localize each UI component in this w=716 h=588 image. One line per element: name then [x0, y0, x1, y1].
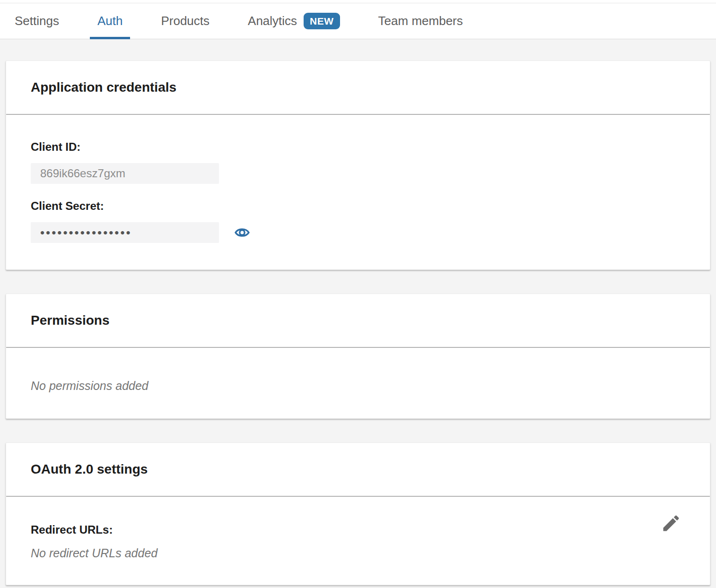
oauth-settings-header: OAuth 2.0 settings: [6, 443, 710, 497]
tab-team-members-label: Team members: [378, 14, 463, 28]
tab-team-members[interactable]: Team members: [378, 3, 463, 39]
client-id-value: 869ik66esz7gxm: [31, 163, 219, 184]
main-content: Application credentials Client ID: 869ik…: [0, 39, 716, 585]
oauth-settings-card: OAuth 2.0 settings Redirect URLs: No red…: [6, 442, 710, 585]
client-secret-masked-text: ••••••••••••••••: [40, 226, 132, 239]
application-credentials-body: Client ID: 869ik66esz7gxm Client Secret:…: [6, 115, 710, 269]
client-id-text: 869ik66esz7gxm: [40, 167, 125, 180]
tab-products[interactable]: Products: [161, 3, 210, 39]
tab-auth-label: Auth: [97, 14, 123, 28]
tab-analytics-label: Analytics: [248, 14, 297, 28]
permissions-card: Permissions No permissions added: [6, 294, 710, 419]
tab-settings-label: Settings: [15, 14, 59, 28]
client-secret-value: ••••••••••••••••: [31, 222, 219, 243]
permissions-body: No permissions added: [6, 348, 710, 418]
tab-bar: Settings Auth Products Analytics NEW Tea…: [0, 3, 716, 39]
new-badge: NEW: [304, 13, 340, 29]
client-secret-label: Client Secret:: [31, 199, 685, 213]
edit-redirect-urls-button[interactable]: [661, 513, 681, 534]
reveal-secret-button[interactable]: [234, 225, 250, 240]
permissions-title: Permissions: [31, 313, 110, 328]
permissions-empty-text: No permissions added: [31, 379, 685, 393]
pencil-icon: [661, 513, 681, 534]
permissions-header: Permissions: [6, 294, 710, 348]
oauth-settings-body: Redirect URLs: No redirect URLs added: [6, 497, 710, 585]
application-credentials-title: Application credentials: [31, 80, 176, 95]
page-header: Settings Auth Products Analytics NEW Tea…: [0, 0, 716, 39]
eye-icon: [234, 225, 250, 240]
oauth-settings-title: OAuth 2.0 settings: [31, 462, 148, 477]
application-credentials-header: Application credentials: [6, 61, 710, 115]
client-secret-row: ••••••••••••••••: [31, 222, 685, 243]
redirect-urls-empty-text: No redirect URLs added: [31, 546, 685, 560]
top-strip: [0, 0, 716, 3]
tab-products-label: Products: [161, 14, 210, 28]
application-credentials-card: Application credentials Client ID: 869ik…: [6, 61, 710, 270]
tab-settings[interactable]: Settings: [15, 3, 59, 39]
redirect-urls-label: Redirect URLs:: [31, 523, 685, 536]
tab-auth[interactable]: Auth: [97, 3, 123, 39]
tab-analytics[interactable]: Analytics NEW: [248, 3, 340, 39]
client-id-label: Client ID:: [31, 140, 685, 154]
